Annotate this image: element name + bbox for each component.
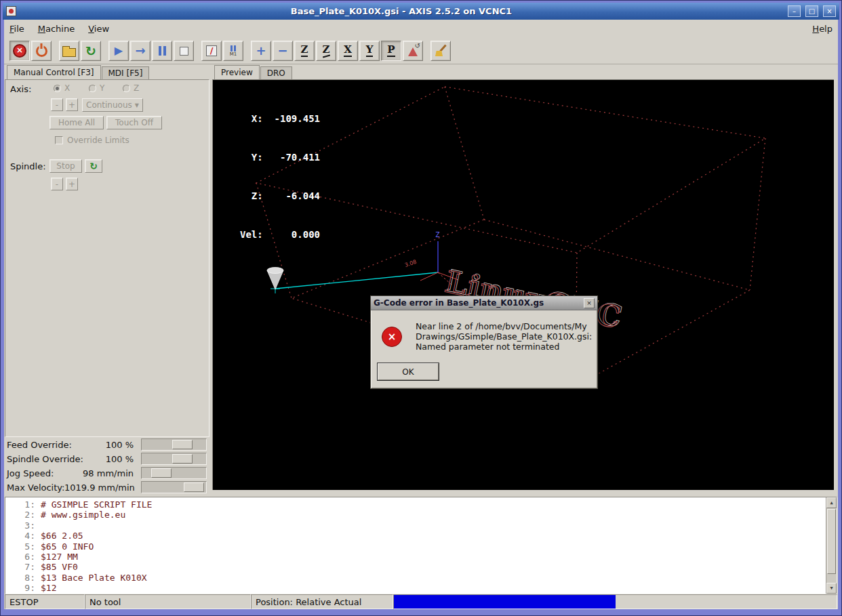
home-all-button[interactable]: Home All	[49, 116, 104, 129]
machine-power-button[interactable]	[31, 41, 52, 61]
override-controls: Feed Override: 100 % Spindle Override: 1…	[5, 438, 209, 495]
zoom-in-icon: +	[256, 45, 266, 57]
error-dialog: G-Code error in Base_Plate_K010X.gs × × …	[370, 295, 598, 389]
pause-button[interactable]	[152, 41, 172, 61]
jog-mode-value: Continuous	[86, 100, 132, 110]
toolbar-separator	[102, 41, 108, 61]
backplot-graphics: Z 3.08 LinuxCNC LinuxCNC	[213, 80, 835, 491]
toolbar-separator	[53, 41, 59, 61]
zoom-out-button[interactable]: −	[273, 41, 293, 61]
gcode-line[interactable]: 2:# www.gsimple.eu	[5, 510, 837, 520]
spindle-override-value: 100 %	[64, 454, 134, 464]
radio-axis-z[interactable]: Z	[123, 83, 139, 93]
spindle-minus-button[interactable]: -	[51, 178, 63, 190]
override-limits-checkbox[interactable]: Override Limits	[55, 136, 129, 145]
touch-off-button[interactable]: Touch Off	[106, 116, 162, 129]
broom-icon	[435, 45, 447, 57]
maximize-button[interactable]: □	[805, 5, 818, 17]
step-arrow-icon: →	[135, 45, 145, 57]
clear-plot-button[interactable]	[430, 41, 451, 61]
radio-axis-x[interactable]: X	[54, 83, 70, 93]
ok-button[interactable]: OK	[378, 363, 439, 380]
feed-override-value: 100 %	[64, 440, 134, 450]
gcode-line[interactable]: 5:$65 0 INFO	[5, 541, 837, 552]
dialog-titlebar[interactable]: G-Code error in Base_Plate_K010X.gs ×	[371, 296, 597, 310]
spindle-stop-button[interactable]: Stop	[49, 159, 82, 173]
gcode-line[interactable]: 7:$85 VF0	[5, 562, 837, 572]
titlebar[interactable]: Base_Plate_K010X.gsi - AXIS 2.5.2 on VCN…	[3, 3, 839, 20]
slash-icon: /	[206, 45, 217, 56]
slider-handle[interactable]	[172, 440, 193, 449]
gcode-line[interactable]: 9:$12	[5, 583, 837, 593]
estop-button[interactable]: ×	[9, 41, 30, 61]
spindle-override-slider[interactable]	[141, 453, 207, 465]
open-file-button[interactable]	[59, 41, 79, 61]
slider-handle[interactable]	[172, 454, 193, 464]
preview-canvas[interactable]: Z 3.08 LinuxCNC LinuxCNC X: -109.451 Y: …	[212, 79, 834, 490]
slider-handle[interactable]	[184, 482, 204, 492]
jog-plus-button[interactable]: +	[66, 98, 78, 111]
run-program-button[interactable]: ▶	[108, 41, 129, 61]
dialog-message-line: Drawings/GSimple/Base_Plate_K010X.gsi:	[416, 331, 592, 342]
view-side-button[interactable]: X	[338, 41, 358, 61]
progress-bar	[393, 594, 837, 609]
left-tab-bar: Manual Control [F3] MDI [F5]	[7, 65, 150, 79]
dialog-message: Near line 2 of /home/bvv/Documents/My Dr…	[416, 321, 592, 352]
gcode-line[interactable]: 3:	[5, 520, 837, 531]
jog-minus-button[interactable]: -	[51, 98, 63, 111]
zoom-in-button[interactable]: +	[251, 41, 271, 61]
tab-dro[interactable]: DRO	[260, 66, 292, 79]
line-number: 4:	[5, 531, 41, 541]
jog-mode-select[interactable]: Continuous ▼	[82, 98, 143, 112]
gcode-line[interactable]: 1:# GSIMPLE SCRIPT FILE	[5, 499, 837, 510]
scroll-down-button[interactable]: ▼	[826, 583, 837, 594]
spindle-direction-button[interactable]: ↻	[85, 159, 102, 173]
line-text: $13 Bace Plate K010X	[41, 573, 147, 583]
view-top-button[interactable]: Z	[294, 41, 315, 61]
radio-indicator	[54, 85, 61, 92]
tab-preview[interactable]: Preview	[214, 65, 260, 79]
menu-machine[interactable]: Machine	[38, 24, 75, 34]
stop-button[interactable]	[174, 41, 194, 61]
tab-manual-control[interactable]: Manual Control [F3]	[7, 65, 101, 79]
toggle-skip-lines-button[interactable]: /	[201, 41, 222, 61]
view-front-button[interactable]: Y	[359, 41, 380, 61]
checkbox-indicator	[55, 136, 63, 144]
toggle-optional-pause-button[interactable]: M1	[223, 41, 243, 61]
jog-speed-slider[interactable]	[141, 467, 207, 479]
gcode-line[interactable]: 4:$66 2.05	[5, 531, 837, 541]
tab-mdi[interactable]: MDI [F5]	[102, 66, 150, 79]
gcode-editor[interactable]: 1:# GSIMPLE SCRIPT FILE 2:# www.gsimple.…	[5, 497, 837, 594]
view-rotated-top-button[interactable]: Z	[316, 41, 336, 61]
gcode-line[interactable]: 8:$13 Bace Plate K010X	[5, 573, 837, 583]
scrollbar-thumb[interactable]	[827, 509, 836, 574]
close-button[interactable]: ×	[823, 5, 836, 17]
line-text: $65 0 INFO	[41, 541, 94, 552]
feed-override-slider[interactable]	[141, 438, 207, 451]
menu-help[interactable]: Help	[812, 24, 833, 34]
dialog-close-button[interactable]: ×	[584, 298, 595, 308]
scroll-up-button[interactable]: ▲	[826, 497, 837, 508]
toolpath-line	[275, 272, 438, 289]
menu-file[interactable]: File	[9, 24, 24, 34]
spindle-plus-button[interactable]: +	[66, 178, 78, 190]
gcode-line[interactable]: 6:$127 MM	[5, 552, 837, 562]
menu-view[interactable]: View	[88, 24, 109, 34]
origin-coordinate-label: 3.08	[404, 259, 418, 268]
top-view-icon: Z	[301, 45, 308, 57]
line-number: 7:	[5, 562, 41, 572]
line-number: 3:	[5, 520, 41, 531]
reload-file-button[interactable]: ↻	[81, 41, 101, 61]
minimize-button[interactable]: –	[788, 5, 801, 17]
view-perspective-button[interactable]: P	[381, 41, 401, 61]
max-velocity-slider[interactable]	[141, 481, 207, 493]
slider-handle[interactable]	[151, 468, 172, 478]
rotate-view-button[interactable]: ↺	[403, 41, 423, 61]
radio-indicator	[123, 85, 130, 92]
gcode-scrollbar[interactable]: ▲ ▼	[826, 497, 837, 594]
optional-pause-icon: M1	[230, 45, 237, 57]
run-step-button[interactable]: →	[130, 41, 151, 61]
status-machine-state: ESTOP	[5, 594, 85, 609]
status-tool: No tool	[85, 594, 251, 609]
radio-axis-y[interactable]: Y	[89, 83, 104, 93]
